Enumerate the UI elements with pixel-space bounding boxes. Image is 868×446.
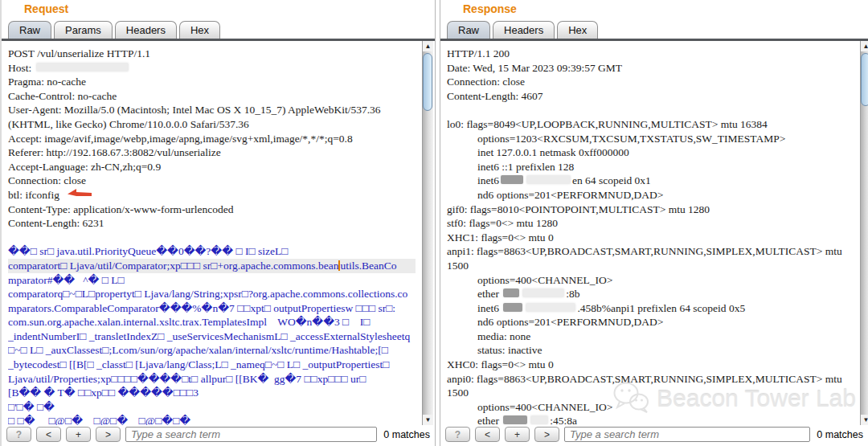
tab-headers[interactable]: Headers	[493, 21, 555, 39]
request-panel-header: Request RawParamsHeadersHex	[2, 0, 435, 41]
editor-line: Ljava/util/Properties;xp□□□□����□t□ allp…	[8, 372, 416, 387]
editor-line: options=400<CHANNEL_IO>	[447, 273, 849, 288]
editor-line: inet6en 64 scopeid 0x1	[447, 174, 849, 188]
request-editor[interactable]: POST /vul/unserialize HTTP/1.1Host: Prag…	[2, 41, 435, 425]
editor-line: Date: Wed, 15 Mar 2023 09:39:57 GMT	[447, 61, 849, 76]
search-help-button[interactable]: ?	[445, 427, 470, 442]
search-prev-button[interactable]: <	[475, 427, 500, 442]
editor-line: inet6 .458b%anpi1 prefixlen 64 scopeid 0…	[447, 301, 849, 316]
scrollbar-thumb[interactable]	[423, 53, 432, 111]
request-panel-title: Request	[24, 2, 68, 15]
editor-line: stf0: flags=0<> mtu 1280	[447, 216, 849, 231]
red-arrow-annotation-icon	[68, 189, 92, 203]
tab-hex[interactable]: Hex	[557, 21, 598, 39]
editor-line: Host:	[8, 61, 416, 76]
editor-line: Accept-Language: zh-CN,zh;q=0.9	[8, 160, 416, 174]
editor-line: □ □� □@□� □@□� □@□�□�	[8, 414, 416, 425]
scroll-down-arrow-icon[interactable]: ▼	[423, 415, 433, 425]
search-next-button[interactable]: >	[96, 427, 121, 442]
editor-line: Connection: close	[447, 75, 849, 89]
editor-line: options=1203<RXCSUM,TXCSUM,TXSTATUS,SW_T…	[447, 132, 849, 146]
tab-hex[interactable]: Hex	[179, 21, 220, 39]
editor-line: User-Agent: Mozilla/5.0 (Macintosh; Inte…	[8, 103, 416, 117]
editor-line: media: none	[447, 329, 849, 344]
editor-line: Referer: http://192.168.67.3:8082/vul/un…	[8, 145, 416, 160]
redacted-text	[503, 303, 522, 312]
tab-headers[interactable]: Headers	[115, 21, 177, 39]
editor-line	[447, 103, 849, 117]
redacted-text	[530, 415, 548, 424]
redacted-text	[501, 175, 523, 184]
redacted-text	[522, 288, 564, 297]
editor-line: Content-Type: application/x-www-form-url…	[8, 203, 416, 217]
editor-line: mparator#�� ^� □ L□	[8, 273, 416, 288]
editor-line: inet6 ::1 prefixlen 128	[447, 160, 849, 174]
response-tabs: RawHeadersHex	[447, 21, 598, 39]
request-tabs: RawParamsHeadersHex	[8, 21, 220, 39]
editor-line: options=400<CHANNEL_IO>	[447, 400, 849, 415]
editor-line: 1500	[447, 259, 849, 273]
editor-line: inet 127.0.0.1 netmask 0xff000000	[447, 145, 849, 160]
response-editor[interactable]: HTTP/1.1 200Date: Wed, 15 Mar 2023 09:39…	[440, 41, 868, 425]
editor-line: _bytecodest□ [[B[□ _classt□ [Ljava/lang/…	[8, 358, 416, 372]
scroll-up-arrow-icon[interactable]: ▲	[423, 41, 433, 51]
editor-line: POST /vul/unserialize HTTP/1.1	[8, 47, 416, 61]
redacted-text	[526, 175, 571, 184]
editor-line	[8, 231, 416, 245]
request-search-bar: ? < + > 0 matches	[2, 425, 435, 446]
editor-line: comparatorq□~□L□propertyt□ Ljava/lang/St…	[8, 287, 416, 301]
request-scrollbar[interactable]: ▲ ▼	[422, 41, 433, 425]
editor-line: nd6 options=201<PERFORMNUD,DAD>	[447, 188, 849, 203]
editor-line: mparators.ComparableComparator���%�n�7 □…	[8, 301, 416, 316]
editor-line: Connection: close	[8, 174, 416, 188]
scrollbar-thumb[interactable]	[861, 53, 868, 106]
response-panel-title: Response	[463, 2, 517, 15]
editor-line: HTTP/1.1 200	[447, 47, 849, 61]
editor-line: Pragma: no-cache	[8, 75, 416, 89]
tab-params[interactable]: Params	[54, 21, 113, 39]
editor-line: lo0: flags=8049<UP,LOOPBACK,RUNNING,MULT…	[447, 117, 849, 132]
editor-line: Content-Length: 4607	[447, 89, 849, 104]
editor-line: btl: ifconfig	[8, 188, 416, 203]
scroll-down-arrow-icon[interactable]: ▼	[861, 415, 868, 425]
search-add-button[interactable]: +	[66, 427, 91, 442]
editor-line: gif0: flags=8010<POINTOPOINT,MULTICAST> …	[447, 203, 849, 217]
request-response-view: Request RawParamsHeadersHex POST /vul/un…	[0, 0, 868, 446]
redacted-text	[526, 303, 575, 312]
editor-line: anpi1: flags=8863<UP,BROADCAST,SMART,RUN…	[447, 244, 849, 259]
editor-line: ether :8b	[447, 287, 849, 301]
editor-line: status: inactive	[447, 343, 849, 358]
editor-line: ��□ sr□ java.util.PriorityQueue��0��?�� …	[8, 244, 416, 259]
editor-line: XHC0: flags=0<> mtu 0	[447, 358, 849, 372]
redacted-text	[503, 415, 527, 424]
search-matches-count: 0 matches	[383, 429, 430, 440]
tab-raw[interactable]: Raw	[8, 21, 51, 39]
request-panel: Request RawParamsHeadersHex POST /vul/un…	[0, 0, 436, 446]
search-help-button[interactable]: ?	[6, 427, 31, 442]
editor-line: ether :45:8a	[447, 414, 849, 425]
editor-line: Content-Length: 6231	[8, 216, 416, 231]
search-prev-button[interactable]: <	[36, 427, 61, 442]
editor-line: 1500	[447, 386, 849, 400]
response-search-bar: ? < + > 0 matches	[440, 425, 868, 446]
editor-line: comparatort□ Ljava/util/Comparator;xp□□□…	[8, 259, 416, 273]
response-scrollbar[interactable]: ▲ ▼	[860, 41, 868, 425]
search-matches-count: 0 matches	[817, 429, 863, 440]
response-editor-lines: HTTP/1.1 200Date: Wed, 15 Mar 2023 09:39…	[447, 47, 849, 425]
editor-line: nd6 options=201<PERFORMNUD,DAD>	[447, 315, 849, 329]
scroll-up-arrow-icon[interactable]: ▲	[861, 41, 868, 51]
search-input[interactable]	[125, 427, 377, 442]
redacted-text	[503, 288, 519, 297]
editor-line: anpi0: flags=8863<UP,BROADCAST,SMART,RUN…	[447, 372, 849, 387]
search-input[interactable]	[564, 427, 810, 442]
editor-line: (KHTML, like Gecko) Chrome/110.0.0.0 Saf…	[8, 117, 416, 132]
search-add-button[interactable]: +	[505, 427, 530, 442]
editor-line: _indentNumberI□ _transletIndexZ□ _useSer…	[8, 329, 416, 344]
redacted-text	[36, 63, 129, 72]
editor-line: □~□ L□ _auxClassest□;Lcom/sun/org/apache…	[8, 343, 416, 358]
response-panel-header: Response RawHeadersHex	[440, 0, 868, 41]
tab-raw[interactable]: Raw	[447, 21, 490, 39]
editor-line: Accept: image/avif,image/webp,image/apng…	[8, 132, 416, 146]
editor-line: XHC1: flags=0<> mtu 0	[447, 231, 849, 245]
search-next-button[interactable]: >	[534, 427, 559, 442]
